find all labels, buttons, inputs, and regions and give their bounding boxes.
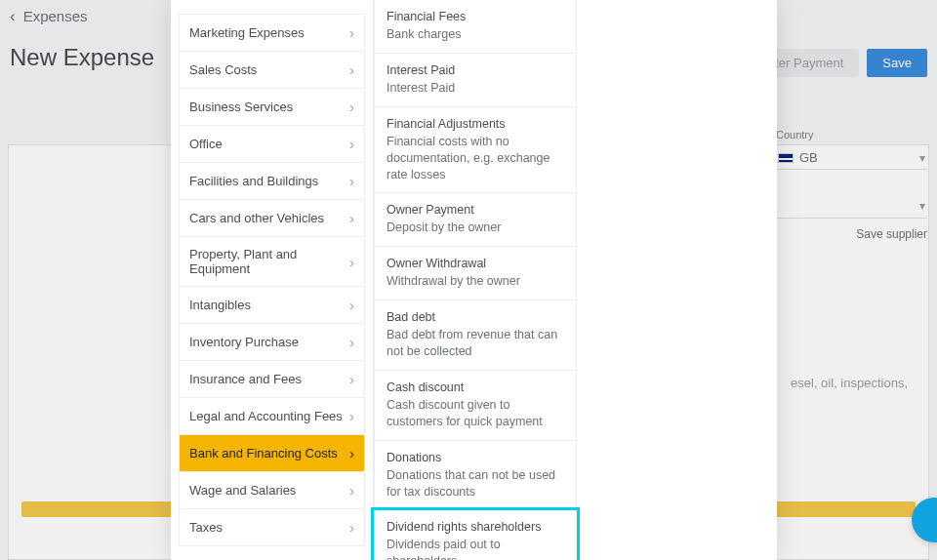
subcategory-title: Owner Payment xyxy=(387,203,564,217)
category-label: Inventory Purchase xyxy=(189,335,299,349)
category-label: Intangibles xyxy=(189,298,251,312)
category-item[interactable]: Sales Costs› xyxy=(179,51,365,88)
chevron-right-icon: › xyxy=(349,445,354,461)
chevron-right-icon: › xyxy=(349,254,354,270)
chevron-right-icon: › xyxy=(349,173,354,189)
subcategory-title: Owner Withdrawal xyxy=(387,257,564,270)
category-label: Office xyxy=(189,137,223,151)
category-item[interactable]: Bank and Financing Costs› xyxy=(179,434,365,471)
category-item[interactable]: Marketing Expenses› xyxy=(179,14,365,51)
category-picker: Marketing Expenses›Sales Costs›Business … xyxy=(171,0,777,560)
category-label: Taxes xyxy=(189,520,223,535)
category-label: Cars and other Vehicles xyxy=(189,211,324,225)
subcategory-subtitle: Bank charges xyxy=(387,27,461,41)
category-item[interactable]: Taxes› xyxy=(179,508,365,546)
category-label: Wage and Salaries xyxy=(189,483,296,498)
subcategory-item[interactable]: Dividend rights shareholdersDividends pa… xyxy=(374,510,577,560)
chevron-right-icon: › xyxy=(349,519,354,536)
subcategory-title: Financial Adjustments xyxy=(387,117,564,131)
subcategory-item[interactable]: Financial FeesBank charges xyxy=(374,0,577,54)
subcategory-subtitle: Dividends paid out to shareholders xyxy=(387,538,501,560)
category-item[interactable]: Facilities and Buildings› xyxy=(179,162,365,199)
category-label: Property, Plant and Equipment xyxy=(189,247,349,276)
subcategory-subtitle: Cash discount given to customers for qui… xyxy=(387,398,543,428)
category-item[interactable]: Cars and other Vehicles› xyxy=(179,199,365,236)
category-item[interactable]: Wage and Salaries› xyxy=(179,471,365,508)
category-label: Business Services xyxy=(189,100,293,114)
chevron-right-icon: › xyxy=(349,334,354,350)
chevron-right-icon: › xyxy=(349,24,354,41)
subcategory-title: Bad debt xyxy=(387,310,564,324)
subcategory-item[interactable]: Bad debtBad debt from revenue that can n… xyxy=(374,300,577,371)
subcategory-subtitle: Withdrawal by the owner xyxy=(387,274,520,288)
category-list: Marketing Expenses›Sales Costs›Business … xyxy=(171,0,374,560)
category-item[interactable]: Business Services› xyxy=(179,88,365,125)
chevron-right-icon: › xyxy=(349,371,354,387)
subcategory-item[interactable]: Interest PaidInterest Paid xyxy=(374,54,577,107)
chevron-right-icon: › xyxy=(349,297,354,313)
chevron-right-icon: › xyxy=(349,408,354,424)
subcategory-subtitle: Deposit by the owner xyxy=(387,220,501,234)
subcategory-item[interactable]: Owner WithdrawalWithdrawal by the owner xyxy=(374,247,577,300)
chevron-right-icon: › xyxy=(349,99,354,115)
subcategory-item[interactable]: DonationsDonations that can not be used … xyxy=(374,441,577,511)
subcategory-subtitle: Bad debt from revenue that can not be co… xyxy=(387,328,557,358)
subcategory-subtitle: Interest Paid xyxy=(387,81,455,95)
category-label: Sales Costs xyxy=(189,62,257,77)
category-item[interactable]: Inventory Purchase› xyxy=(179,323,365,360)
category-item[interactable]: Office› xyxy=(179,125,365,162)
category-item[interactable]: Insurance and Fees› xyxy=(179,360,365,397)
subcategory-title: Donations xyxy=(387,451,564,464)
category-item[interactable]: Legal and Accounting Fees› xyxy=(179,397,365,434)
subcategory-item[interactable]: Financial AdjustmentsFinancial costs wit… xyxy=(374,107,577,194)
subcategory-title: Interest Paid xyxy=(387,63,564,77)
subcategory-title: Dividend rights shareholders xyxy=(387,520,564,534)
category-item[interactable]: Property, Plant and Equipment› xyxy=(179,236,365,286)
chevron-right-icon: › xyxy=(349,482,354,499)
category-label: Legal and Accounting Fees xyxy=(189,409,343,423)
subcategory-item[interactable]: Owner PaymentDeposit by the owner xyxy=(374,193,577,247)
subcategory-subtitle: Donations that can not be used for tax d… xyxy=(387,468,555,499)
chevron-right-icon: › xyxy=(349,210,354,226)
subcategory-title: Cash discount xyxy=(387,380,564,394)
category-label: Insurance and Fees xyxy=(189,372,302,386)
subcategory-subtitle: Financial costs with no documentation, e… xyxy=(387,135,550,181)
subcategory-title: Financial Fees xyxy=(387,10,564,23)
category-label: Facilities and Buildings xyxy=(189,174,318,188)
chevron-right-icon: › xyxy=(349,136,354,152)
category-label: Marketing Expenses xyxy=(189,25,305,40)
subcategory-item[interactable]: Cash discountCash discount given to cust… xyxy=(374,371,577,441)
chevron-right-icon: › xyxy=(349,61,354,78)
category-item[interactable]: Intangibles› xyxy=(179,286,365,323)
subcategory-list: Financial FeesBank chargesInterest PaidI… xyxy=(374,0,577,560)
category-label: Bank and Financing Costs xyxy=(189,446,338,460)
